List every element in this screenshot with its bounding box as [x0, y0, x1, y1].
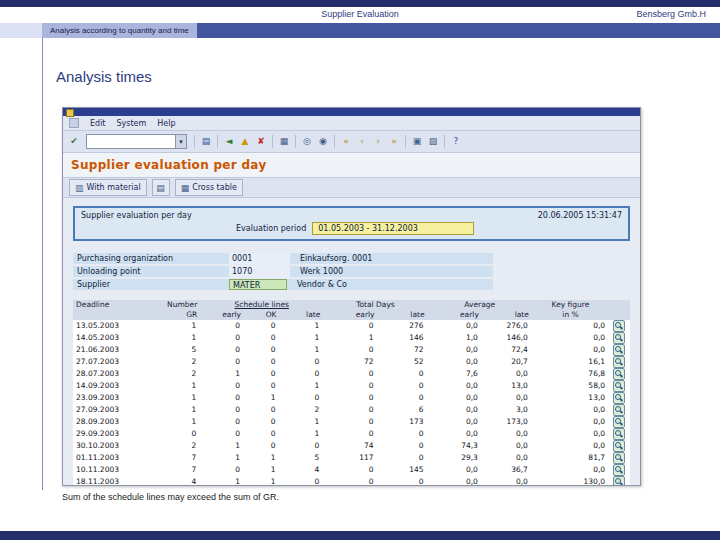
cell-value: 0 [279, 356, 323, 368]
table-row[interactable]: 14.05.2003100111461,0146,00,0 [73, 332, 630, 344]
col-gr[interactable]: GR [156, 310, 200, 320]
section-tab[interactable]: Analysis according to quantity and time [42, 23, 197, 38]
row-detail-icon[interactable] [613, 440, 625, 452]
row-detail-icon[interactable] [613, 392, 625, 404]
row-detail-icon[interactable] [613, 368, 625, 380]
cell-deadline: 30.10.2003 [73, 440, 156, 452]
material-icon: ▥ [75, 183, 84, 193]
table-row[interactable]: 18.11.20034110000,00,0130,0 [73, 476, 630, 485]
table-row[interactable]: 27.07.2003200072520,020,716,1 [73, 356, 630, 368]
row-detail-icon[interactable] [613, 476, 625, 485]
cell-value: 0 [200, 332, 244, 344]
table-icon: ▦ [181, 183, 190, 193]
find-icon[interactable]: ◎ [300, 135, 314, 149]
enter-icon[interactable]: ✔ [67, 135, 81, 149]
table-row[interactable]: 23.09.20031010000,00,013,0 [73, 392, 630, 404]
cell-value: 173 [378, 416, 428, 428]
col-td-early[interactable]: early [323, 310, 377, 320]
with-material-button[interactable]: ▥ With material [69, 179, 147, 196]
menu-item-help[interactable]: Help [157, 119, 175, 128]
col-group-schedule-lines[interactable]: Schedule lines [200, 300, 323, 310]
table-row[interactable]: 21.06.200350010720,072,40,0 [73, 344, 630, 356]
back-icon[interactable]: ◄ [222, 135, 236, 149]
cross-table-button[interactable]: ▦ Cross table [175, 179, 243, 196]
evaluation-period-field[interactable]: 01.05.2003 - 31.12.2003 [312, 222, 474, 235]
cell-value: 0 [244, 356, 279, 368]
last-page-icon[interactable]: » [387, 135, 401, 149]
table-row[interactable]: 10.11.2003701401450,036,70,0 [73, 464, 630, 476]
col-sl-ok[interactable]: OK [244, 310, 279, 320]
cell-value: 0 [279, 368, 323, 380]
info-description: Einkaufsorg. 0001 [290, 254, 372, 263]
first-page-icon[interactable]: « [339, 135, 353, 149]
info-value-field[interactable]: 1070 [229, 266, 290, 277]
info-value-field[interactable]: MATER [229, 279, 287, 290]
cell-deadline: 18.11.2003 [73, 476, 156, 485]
row-detail-icon[interactable] [613, 380, 625, 392]
row-detail-icon[interactable] [613, 320, 625, 332]
exit-icon[interactable]: ▲ [238, 135, 252, 149]
col-sl-early[interactable]: early [200, 310, 244, 320]
table-row[interactable]: 01.11.20037115117029,30,081,7 [73, 452, 630, 464]
table-row[interactable]: 27.09.20031002060,03,00,0 [73, 404, 630, 416]
cell-value: 0 [378, 368, 428, 380]
row-detail-icon[interactable] [613, 356, 625, 368]
row-detail-icon[interactable] [613, 344, 625, 356]
cell-icon [609, 416, 630, 428]
row-detail-icon[interactable] [613, 428, 625, 440]
col-key-figure[interactable]: Key figure [532, 300, 609, 310]
cell-value: 0,0 [482, 368, 532, 380]
print-list-icon[interactable]: ▤ [152, 179, 170, 196]
cell-icon [609, 356, 630, 368]
cancel-icon[interactable]: ✘ [254, 135, 268, 149]
new-session-icon[interactable]: ▣ [410, 135, 424, 149]
shortcut-icon[interactable]: ▨ [426, 135, 440, 149]
cell-value: 3,0 [482, 404, 532, 416]
save-icon[interactable]: ▤ [199, 135, 213, 149]
cell-value: 0 [244, 416, 279, 428]
table-row[interactable]: 29.09.20030001000,00,00,0 [73, 428, 630, 440]
col-deadline[interactable]: Deadline [73, 300, 156, 320]
col-avg-late[interactable]: late [482, 310, 532, 320]
command-dropdown-icon[interactable]: ▾ [175, 135, 186, 148]
cell-value: 0 [244, 320, 279, 332]
cell-value: 72,4 [482, 344, 532, 356]
menu-item-edit[interactable]: Edit [90, 119, 106, 128]
next-page-icon[interactable]: › [371, 135, 385, 149]
help-icon[interactable]: ? [449, 135, 463, 149]
row-detail-icon[interactable] [613, 416, 625, 428]
system-menu-icon[interactable] [69, 118, 79, 128]
table-row[interactable]: 14.09.20031001000,013,058,0 [73, 380, 630, 392]
cell-value: 0,0 [482, 440, 532, 452]
col-in-pct[interactable]: in % [532, 310, 609, 320]
cell-value: 20,7 [482, 356, 532, 368]
cell-value: 130,0 [532, 476, 609, 485]
cell-value: 1 [200, 476, 244, 485]
cell-value: 0,0 [482, 428, 532, 440]
table-row[interactable]: 13.05.2003100102760,0276,00,0 [73, 320, 630, 332]
print-icon[interactable]: ▦ [277, 135, 291, 149]
prev-page-icon[interactable]: ‹ [355, 135, 369, 149]
col-td-late[interactable]: late [378, 310, 428, 320]
cell-value: 13,0 [532, 392, 609, 404]
row-detail-icon[interactable] [613, 332, 625, 344]
col-number[interactable]: Number [156, 300, 200, 310]
col-group-total-days[interactable]: Total Days [323, 300, 427, 310]
row-detail-icon[interactable] [613, 464, 625, 476]
table-row[interactable]: 28.07.20032100007,60,076,8 [73, 368, 630, 380]
col-sl-late[interactable]: late [279, 310, 323, 320]
cell-value: 4 [279, 464, 323, 476]
row-detail-icon[interactable] [613, 452, 625, 464]
col-group-average[interactable]: Average [428, 300, 532, 310]
cell-value: 276,0 [482, 320, 532, 332]
command-input[interactable] [87, 136, 175, 147]
col-avg-early[interactable]: early [428, 310, 482, 320]
row-detail-icon[interactable] [613, 404, 625, 416]
table-row[interactable]: 30.10.2003210074074,30,00,0 [73, 440, 630, 452]
cell-value: 36,7 [482, 464, 532, 476]
find-next-icon[interactable]: ◉ [316, 135, 330, 149]
cell-icon [609, 452, 630, 464]
menu-item-system[interactable]: System [117, 119, 147, 128]
info-value-field[interactable]: 0001 [229, 253, 290, 264]
table-row[interactable]: 28.09.2003100101730,0173,00,0 [73, 416, 630, 428]
